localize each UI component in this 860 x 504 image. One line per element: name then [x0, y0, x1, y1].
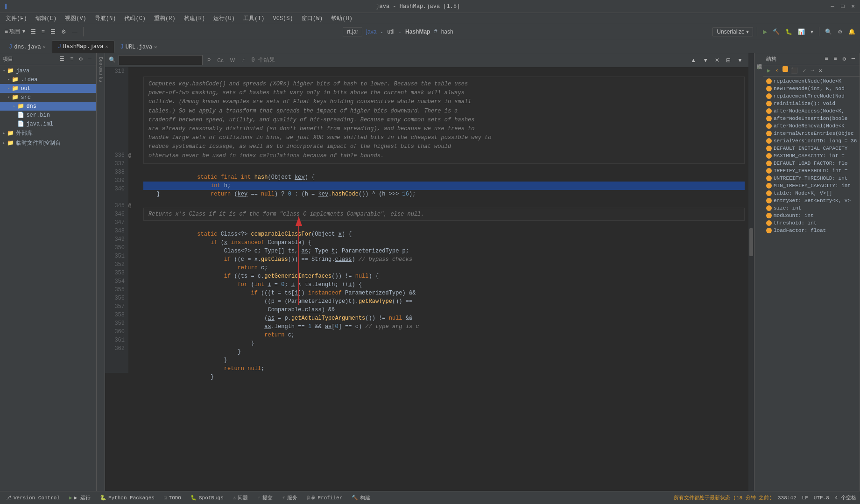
tab-hashmap[interactable]: J HashMap.java ✕	[52, 41, 114, 53]
search-nav-up[interactable]: ▲	[689, 56, 698, 64]
notifications-button[interactable]: 🔔	[846, 28, 857, 36]
status-todo[interactable]: ☑ TODO	[162, 494, 183, 502]
tree-java[interactable]: ▾ 📁 java	[0, 66, 96, 75]
menu-tools[interactable]: 工具(T)	[240, 14, 268, 23]
status-python[interactable]: 🐍 Python Packages	[98, 494, 156, 502]
struct-sort-btn[interactable]: ≡	[823, 55, 830, 63]
struct-treeify[interactable]: TREEIFY_THRESHOLD: int =	[763, 167, 860, 175]
reader-mode-label[interactable]: 阅读器模式	[754, 56, 763, 63]
struct-filter-2[interactable]: ⚬	[773, 66, 782, 75]
menu-nav[interactable]: 导航(N)	[91, 14, 120, 23]
struct-replacementnode[interactable]: replacementNode(Node<K	[763, 77, 860, 85]
run-button[interactable]: ▶	[761, 28, 769, 36]
menu-run[interactable]: 运行(U)	[210, 14, 239, 23]
run-config-dropdown[interactable]: rt.jar	[343, 27, 362, 36]
struct-maxcapacity[interactable]: MAXIMUM_CAPACITY: int =	[763, 152, 860, 160]
tab-url[interactable]: J URL.java ✕	[114, 41, 163, 53]
struct-filter-6[interactable]: →	[809, 66, 816, 75]
menu-edit[interactable]: 编辑(E)	[32, 14, 61, 23]
struct-mintreeify[interactable]: MIN_TREEIFY_CAPACITY: int	[763, 182, 860, 189]
struct-filter-7[interactable]: ✕	[817, 66, 824, 75]
struct-serialversionuid[interactable]: serialVersionUID: long = 36	[763, 137, 860, 145]
tab-url-close[interactable]: ✕	[154, 44, 157, 50]
struct-threshold[interactable]: threshold: int	[763, 219, 860, 227]
struct-defaultinitial[interactable]: DEFAULT_INITIAL_CAPACITY	[763, 145, 860, 152]
struct-loadfactor[interactable]: loadFactor: float	[763, 227, 860, 234]
tree-expand-btn[interactable]: ☰	[57, 55, 66, 63]
profile-button[interactable]: 📊	[796, 28, 807, 36]
search-word-btn[interactable]: W	[228, 56, 237, 64]
struct-size[interactable]: size: int	[763, 204, 860, 212]
tool-btn-2[interactable]: ☰	[49, 28, 57, 36]
search-close[interactable]: ✕	[713, 56, 721, 64]
struct-afternodeaccess[interactable]: afterNodeAccess(Node<K,	[763, 107, 860, 115]
settings-button[interactable]: ⚙	[59, 28, 68, 36]
status-profiler[interactable]: @ @ Profiler	[305, 494, 345, 502]
status-build[interactable]: 🔨 构建	[350, 493, 372, 502]
status-issues[interactable]: ⚠ 问题	[231, 493, 250, 502]
tree-src[interactable]: ▾ 📁 src	[0, 93, 96, 102]
settings-gear[interactable]: ⚙	[836, 28, 845, 36]
right-scrollbar[interactable]	[748, 53, 754, 491]
tree-idea[interactable]: ▸ 📁 .idea	[0, 75, 96, 84]
breadcrumb-util[interactable]: util	[386, 28, 396, 36]
struct-afternodeinsertion[interactable]: afterNodeInsertion(boole	[763, 115, 860, 122]
tool-btn-3[interactable]: —	[70, 28, 79, 36]
status-services[interactable]: ⚡ 服务	[280, 493, 299, 502]
struct-newtreenode[interactable]: newTreeNode(int, K, Nod	[763, 85, 860, 92]
struct-filter-5[interactable]: ✓	[801, 66, 808, 75]
menu-code[interactable]: 代码(C)	[120, 14, 149, 23]
menu-help[interactable]: 帮助(H)	[327, 14, 356, 23]
struct-entryset[interactable]: entrySet: Set<Entry<K, V>	[763, 197, 860, 204]
tree-scratch[interactable]: ▸ 📁 临时文件和控制台	[0, 138, 96, 148]
tab-dns[interactable]: J dns.java ✕	[3, 41, 52, 53]
struct-filter-1[interactable]: ▶	[765, 66, 772, 75]
struct-defaultload[interactable]: DEFAULT_LOAD_FACTOR: flo	[763, 160, 860, 167]
search-filter[interactable]: ▼	[735, 56, 745, 64]
struct-filter-3[interactable]	[782, 66, 788, 72]
maximize-button[interactable]: □	[839, 3, 846, 10]
tree-close-btn[interactable]: —	[86, 55, 93, 63]
struct-untreeify[interactable]: UNTREEIFY_THRESHOLD: int	[763, 175, 860, 182]
tree-ser[interactable]: ▸ 📄 ser.bin	[0, 111, 96, 119]
tree-scroll-btn[interactable]: ≡	[68, 55, 75, 63]
status-commit[interactable]: ↑ 提交	[255, 493, 275, 502]
code-editor[interactable]: 319 336 337 338 339 340	[105, 67, 748, 491]
menu-build[interactable]: 构建(R)	[180, 14, 209, 23]
search-regex-btn[interactable]: .*	[240, 56, 247, 64]
tree-out[interactable]: ▸ 📁 out	[0, 84, 96, 93]
search-expand[interactable]: ⊟	[724, 56, 733, 64]
tree-dns[interactable]: ▸ 📁 dns	[0, 102, 96, 111]
tree-gear-btn[interactable]: ⚙	[78, 55, 85, 63]
tool-btn-1[interactable]: ≡	[40, 28, 47, 36]
search-case-btn[interactable]: Cc	[215, 56, 225, 64]
tab-hashmap-close[interactable]: ✕	[105, 44, 108, 49]
menu-view[interactable]: 视图(V)	[61, 14, 90, 23]
breadcrumb-java[interactable]: java	[364, 28, 378, 36]
breadcrumb-hash[interactable]: hash	[439, 28, 455, 36]
search-everywhere-button[interactable]: 🔍	[823, 28, 834, 36]
struct-filter-4[interactable]: ⬛	[789, 66, 800, 75]
debug-button[interactable]: 🐛	[783, 28, 794, 36]
struct-modcount[interactable]: modCount: int	[763, 212, 860, 219]
tree-iml[interactable]: ▸ 📄 java.iml	[0, 119, 96, 128]
struct-gear-btn[interactable]: ⚙	[841, 55, 848, 63]
minimize-button[interactable]: ─	[829, 3, 836, 10]
breadcrumb-toggle[interactable]: ☰	[29, 28, 38, 36]
menu-refactor[interactable]: 重构(R)	[150, 14, 179, 23]
struct-afternoderemoval[interactable]: afterNodeRemoval(Node<K	[763, 122, 860, 130]
tree-external[interactable]: ▸ 📁 外部库	[0, 128, 96, 138]
struct-close-btn[interactable]: —	[850, 55, 857, 63]
struct-internalwrite[interactable]: internalWriteEntries(Objec	[763, 130, 860, 137]
search-nav-down[interactable]: ▼	[701, 56, 710, 64]
struct-sort2-btn[interactable]: ≡	[832, 55, 839, 63]
struct-reinitialize[interactable]: reinitialize(): void	[763, 100, 860, 107]
search-input[interactable]	[119, 55, 203, 65]
tab-dns-close[interactable]: ✕	[43, 44, 46, 50]
project-view-button[interactable]: ≡ 项目 ▾	[3, 27, 27, 36]
close-button[interactable]: ✕	[850, 3, 856, 10]
build-button-2[interactable]: 🔨	[771, 28, 782, 36]
status-run[interactable]: ▶ ▶ 运行	[67, 493, 92, 502]
menu-file[interactable]: 文件(F)	[2, 14, 31, 23]
struct-replacementtreenode[interactable]: replacementTreeNode(Nod	[763, 92, 860, 100]
